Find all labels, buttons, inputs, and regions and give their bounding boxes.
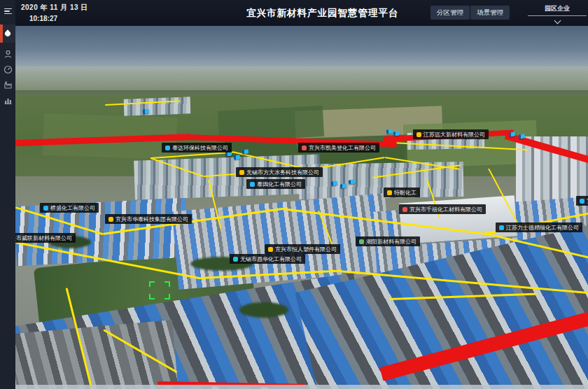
menu-icon[interactable] bbox=[0, 3, 15, 19]
scene-management-button[interactable]: 场景管理 bbox=[470, 6, 510, 20]
enterprise-label[interactable]: 泰达环保科技有限公司 bbox=[162, 143, 232, 153]
enterprise-name: 宜兴市威联新材料有限公司 bbox=[15, 234, 72, 242]
current-time: 10:18:27 bbox=[29, 15, 88, 22]
top-header-bar: 2020 年 11 月 13 日 10:18:27 宜兴市新材料产业园智慧管理平… bbox=[0, 0, 588, 26]
enterprise-name: 宜兴市千禧化工材料有限公司 bbox=[410, 206, 482, 213]
truck-icon[interactable] bbox=[143, 108, 150, 113]
selection-bracket bbox=[149, 281, 170, 299]
smart-park-platform: 2020 年 11 月 13 日 10:18:27 宜兴市新材料产业园智慧管理平… bbox=[0, 0, 588, 389]
sidebar-item-monitor[interactable] bbox=[0, 62, 15, 77]
enterprise-marker-icon bbox=[359, 239, 364, 244]
page-title: 宜兴市新材料产业园智慧管理平台 bbox=[246, 0, 399, 26]
enterprise-name: 江苏力士德精细化工有限公司 bbox=[506, 224, 579, 232]
bracket-corner bbox=[149, 281, 155, 287]
enterprise-name: 宜兴市凯美登化工有限公司 bbox=[309, 144, 376, 152]
building-cluster bbox=[124, 97, 191, 115]
truck-icon[interactable] bbox=[509, 132, 516, 136]
enterprise-name: 无锡市昌华化工有限公司 bbox=[240, 255, 302, 263]
map-canvas[interactable]: 泰达环保科技有限公司宜兴市凯美登化工有限公司无锡市方大水务科技有限公司泰因化工有… bbox=[15, 26, 588, 389]
truck-icon[interactable] bbox=[349, 179, 356, 184]
gauge-icon bbox=[4, 65, 13, 74]
enterprise-name: 江苏远大新材料有限公司 bbox=[424, 131, 485, 139]
enterprise-label[interactable]: 宜兴市千禧化工材料有限公司 bbox=[399, 204, 486, 214]
enterprise-name: 宜兴市华泰科技集团有限公司 bbox=[115, 215, 188, 223]
bracket-corner bbox=[164, 294, 170, 299]
enterprise-name: 宜兴市恒人塑件有限公司 bbox=[275, 246, 337, 253]
enterprise-label[interactable]: 横盛化工有限公司 bbox=[40, 203, 99, 213]
enterprise-name: 潮阳新材料有限公司 bbox=[366, 238, 416, 246]
enterprise-name: 泰达环保科技有限公司 bbox=[172, 144, 228, 152]
sidebar-item-personnel[interactable] bbox=[0, 46, 15, 62]
bar-chart-icon bbox=[4, 96, 13, 105]
bracket-corner bbox=[164, 281, 170, 287]
enterprise-label[interactable]: 宜兴市威联新材料有限公司 bbox=[15, 233, 76, 243]
enterprise-marker-icon bbox=[233, 257, 238, 262]
bottom-road-strip bbox=[15, 385, 588, 389]
truck-icon[interactable] bbox=[340, 183, 347, 188]
enterprise-label[interactable]: 无锡市方大水务科技有限公司 bbox=[236, 167, 323, 177]
enterprise-marker-icon bbox=[402, 207, 407, 212]
sidebar-item-fire[interactable] bbox=[0, 24, 15, 43]
enterprise-label[interactable]: 宜兴市凯美登化工有限公司 bbox=[298, 143, 379, 153]
trees bbox=[239, 302, 288, 318]
sidebar-item-enterprise[interactable] bbox=[0, 77, 15, 92]
truck-icon[interactable] bbox=[386, 129, 393, 134]
enterprise-label[interactable]: 江苏力士德精细化工有限公司 bbox=[496, 222, 582, 232]
truck-icon[interactable] bbox=[331, 181, 338, 185]
enterprise-marker-icon bbox=[268, 247, 273, 252]
enterprise-name: 无锡市方大水务科技有限公司 bbox=[246, 169, 319, 176]
enterprise-label[interactable]: 泰因化工有限公司 bbox=[246, 179, 305, 189]
zone-management-button[interactable]: 分区管理 bbox=[430, 6, 470, 20]
enterprise-label[interactable]: 江苏远大新材料有限公司 bbox=[413, 129, 489, 139]
enterprise-label[interactable]: 宜兴市华泰科技集团有限公司 bbox=[105, 214, 192, 224]
truck-icon[interactable] bbox=[393, 131, 400, 136]
enterprise-marker-icon bbox=[387, 190, 392, 195]
truck-icon[interactable] bbox=[242, 149, 249, 154]
enterprise-marker-icon bbox=[165, 146, 170, 150]
enterprise-label[interactable]: 潮阳新材料有限公司 bbox=[356, 236, 420, 246]
park-enterprise-dropdown[interactable]: 园区企业 bbox=[528, 2, 587, 24]
enterprise-marker-icon bbox=[302, 146, 307, 150]
enterprise-marker-icon bbox=[416, 132, 421, 137]
truck-icon[interactable] bbox=[519, 134, 526, 139]
current-date: 2020 年 11 月 13 日 bbox=[21, 3, 88, 13]
enterprise-marker-icon bbox=[43, 206, 48, 211]
enterprise-label[interactable]: 宜兴市恒人塑件有限公司 bbox=[265, 244, 340, 254]
enterprise-label[interactable]: 无锡市昌华化工有限公司 bbox=[230, 254, 305, 264]
enterprise-label[interactable]: 特耐化工 bbox=[384, 188, 420, 197]
sidebar-item-statistics[interactable] bbox=[0, 92, 15, 108]
factory-icon bbox=[4, 80, 13, 90]
park-enterprise-label: 园区企业 bbox=[528, 2, 587, 16]
datetime-block: 2020 年 11 月 13 日 10:18:27 bbox=[21, 3, 88, 22]
chevron-down-icon bbox=[554, 17, 561, 24]
enterprise-marker-icon bbox=[499, 225, 504, 230]
enterprise-marker-icon bbox=[250, 182, 255, 187]
bracket-corner bbox=[149, 294, 155, 299]
person-icon bbox=[4, 50, 13, 59]
enterprise-label[interactable]: 宜兴新材料科技有限公司 bbox=[576, 196, 588, 206]
enterprise-name: 特耐化工 bbox=[394, 189, 416, 197]
truck-icon[interactable] bbox=[234, 155, 241, 160]
sky-gradient bbox=[15, 26, 588, 69]
enterprise-name: 泰因化工有限公司 bbox=[257, 181, 302, 188]
enterprise-name: 横盛化工有限公司 bbox=[50, 204, 95, 212]
enterprise-marker-icon bbox=[580, 199, 584, 204]
enterprise-marker-icon bbox=[239, 170, 244, 175]
left-sidebar bbox=[0, 0, 15, 389]
flame-icon bbox=[4, 29, 11, 37]
enterprise-marker-icon bbox=[108, 217, 113, 222]
